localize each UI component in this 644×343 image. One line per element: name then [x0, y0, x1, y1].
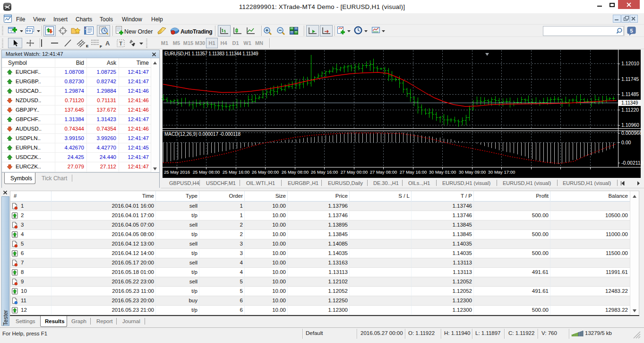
- svg-text:25 May 2016: 25 May 2016: [164, 169, 190, 175]
- svg-text:-0.002113: -0.002113: [621, 160, 644, 166]
- svg-text:E: E: [86, 44, 89, 48]
- svg-text:1.11485: 1.11485: [621, 91, 639, 97]
- svg-text:26 May 16:00: 26 May 16:00: [311, 169, 338, 175]
- svg-text:F: F: [100, 44, 102, 48]
- svg-text:26 May 00:00: 26 May 00:00: [252, 169, 279, 175]
- svg-text:0.00: 0.00: [621, 140, 631, 145]
- svg-text:1.11220: 1.11220: [621, 107, 639, 113]
- svg-text:5: 5: [630, 28, 633, 34]
- svg-text:MACD(12,26,9) 0.000017 -0.0001: MACD(12,26,9) 0.000017 -0.000118: [164, 132, 240, 137]
- svg-text:T: T: [119, 41, 122, 46]
- svg-text:1.12010: 1.12010: [621, 61, 639, 66]
- svg-text:27 May 16:00: 27 May 16:00: [400, 169, 427, 175]
- svg-text:1.11349: 1.11349: [621, 100, 638, 106]
- svg-text:30 May 01:00: 30 May 01:00: [429, 169, 456, 175]
- svg-text:1.10960: 1.10960: [621, 122, 639, 128]
- svg-text:27 May 00:00: 27 May 00:00: [341, 169, 368, 175]
- svg-text:30 May 09:00: 30 May 09:00: [459, 169, 486, 175]
- svg-text:25 May 08:00: 25 May 08:00: [193, 169, 220, 175]
- svg-text:EURUSD,H1 1.11357 1.11383 1.1: EURUSD,H1 1.11357 1.11383 1.11344 1.1134…: [164, 51, 258, 56]
- svg-text:30 May 17:00: 30 May 17:00: [488, 169, 515, 175]
- svg-text:25 May 16:00: 25 May 16:00: [223, 169, 250, 175]
- svg-text:0.000966: 0.000966: [621, 130, 642, 136]
- svg-text:1.11745: 1.11745: [621, 76, 639, 82]
- svg-text:26 May 08:00: 26 May 08:00: [282, 169, 309, 175]
- svg-text:27 May 08:00: 27 May 08:00: [370, 169, 397, 175]
